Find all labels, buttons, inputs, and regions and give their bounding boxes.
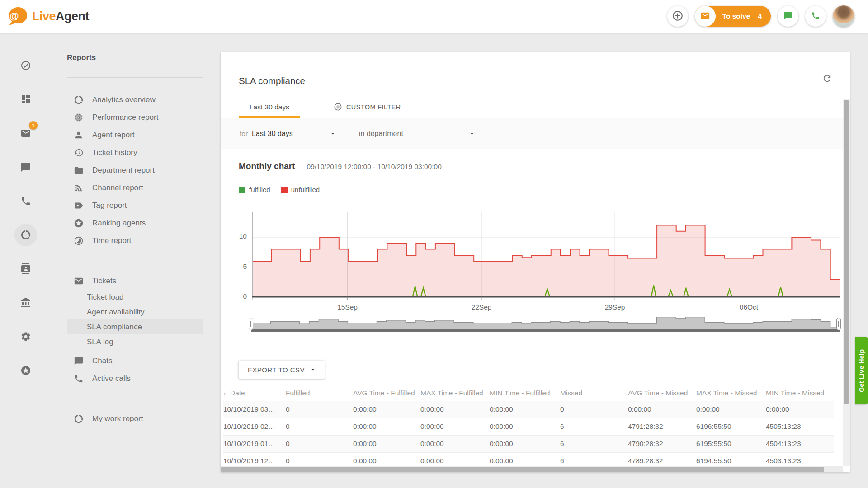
- column-header-missed[interactable]: Missed: [560, 385, 628, 401]
- nav-item-sla-log[interactable]: SLA log: [67, 334, 203, 349]
- rail-item-tickets[interactable]: 1: [0, 116, 52, 150]
- folder-icon: [74, 165, 85, 175]
- nav-section-title: Reports: [67, 53, 203, 62]
- scrollbar-thumb[interactable]: [844, 100, 849, 404]
- rail-item-tasks[interactable]: [0, 48, 52, 82]
- nav-item-chats[interactable]: Chats: [67, 352, 203, 370]
- calls-button[interactable]: [805, 6, 826, 27]
- nav-item-my-work-report[interactable]: My work report: [67, 410, 203, 427]
- nav-item-agent-availability[interactable]: Agent availability: [67, 305, 203, 319]
- tab-last-30-days[interactable]: Last 30 days: [239, 96, 300, 118]
- rail-item-billing[interactable]: [0, 286, 52, 319]
- bank-icon: [20, 297, 31, 308]
- divider: [67, 399, 203, 399]
- column-header-max-time-fulfilled[interactable]: MAX Time - Fulfilled: [420, 385, 490, 401]
- date-range-select[interactable]: for Last 30 days: [240, 130, 335, 138]
- nav-item-label: Active calls: [92, 374, 131, 383]
- divider: [52, 33, 52, 488]
- column-header-min-time-missed[interactable]: MIN Time - Missed: [766, 385, 834, 401]
- chat-icon: [74, 356, 85, 366]
- scrollbar-thumb[interactable]: [221, 467, 824, 472]
- table-row[interactable]: 10/10/2019 01…00:00:000:00:000:00:006479…: [223, 435, 834, 452]
- phone-icon: [20, 196, 31, 206]
- chart-header: Monthly chart 09/10/2019 12:00:00 - 10/1…: [239, 161, 442, 171]
- data-usage-icon: [20, 230, 31, 240]
- nav-item-ticket-history[interactable]: Ticket history: [67, 144, 203, 161]
- chart-title: Monthly chart: [239, 161, 295, 171]
- column-header-avg-time-missed[interactable]: AVG Time - Missed: [628, 385, 696, 401]
- rail-item-reports[interactable]: [0, 218, 52, 252]
- x-axis-tick: 22Sep: [463, 303, 500, 311]
- table-row[interactable]: 10/10/2019 03…00:00:000:00:000:00:0000:0…: [223, 401, 834, 418]
- plus-circle-icon: [672, 10, 684, 23]
- nav-item-department-report[interactable]: Department report: [67, 161, 203, 179]
- export-to-csv-button[interactable]: EXPORT TO CSV: [239, 361, 325, 379]
- tab-bar: Last 30 days CUSTOM FILTER: [239, 96, 850, 118]
- chart-range-minimap[interactable]: [251, 315, 840, 333]
- to-solve-count: 4: [758, 12, 762, 20]
- table-cell: 0:00:00: [420, 435, 490, 452]
- header-actions: To solve 4: [667, 5, 854, 27]
- range-handle-left[interactable]: [249, 318, 253, 330]
- nav-item-agent-report[interactable]: Agent report: [67, 126, 203, 144]
- rail-item-calls[interactable]: [0, 184, 52, 218]
- rss-icon: [74, 183, 85, 193]
- rail-item-dashboard[interactable]: [0, 82, 52, 116]
- nav-item-label: Channel report: [92, 183, 143, 192]
- nav-item-active-calls[interactable]: Active calls: [67, 370, 203, 387]
- column-header-avg-time-fulfilled[interactable]: AVG Time - Fulfilled: [353, 385, 420, 401]
- chats-button[interactable]: [778, 6, 798, 27]
- nav-item-ticket-load[interactable]: Ticket load: [67, 290, 203, 305]
- avatar[interactable]: [833, 5, 854, 27]
- y-axis-tick: 5: [231, 263, 247, 272]
- reports-nav: Reports Analytics overviewPerformance re…: [67, 53, 203, 427]
- vertical-scrollbar[interactable]: [843, 99, 850, 466]
- column-header-max-time-missed[interactable]: MAX Time - Missed: [696, 385, 766, 401]
- get-live-help-tab[interactable]: Get Live Help: [855, 337, 868, 404]
- nav-item-ranking-agents[interactable]: Ranking agents: [67, 214, 203, 232]
- column-header-min-time-fulfilled[interactable]: MIN Time - Fulfilled: [490, 385, 560, 401]
- chart-date-range: 09/10/2019 12:00:00 - 10/10/2019 03:00:0…: [307, 163, 442, 171]
- rail-item-chats[interactable]: [0, 150, 52, 184]
- sla-data-table: ↑↓DateFulfilledAVG Time - FulfilledMAX T…: [223, 385, 834, 470]
- range-handle-right[interactable]: [836, 318, 841, 330]
- contacts-icon: [20, 263, 31, 274]
- to-solve-button[interactable]: To solve 4: [695, 6, 771, 27]
- nav-item-tag-report[interactable]: Tag report: [67, 197, 203, 214]
- nav-item-analytics-overview[interactable]: Analytics overview: [67, 91, 203, 108]
- department-select[interactable]: in department: [359, 130, 475, 138]
- chart-legend: fulfilledunfulfilled: [239, 186, 320, 193]
- legend-unfulfilled: unfulfilled: [281, 186, 320, 193]
- table-row[interactable]: 10/10/2019 02…00:00:000:00:000:00:006479…: [223, 418, 834, 435]
- refresh-button[interactable]: [822, 73, 832, 85]
- column-header-date[interactable]: ↑↓Date: [223, 385, 286, 401]
- table-cell: 10/10/2019 01…: [223, 435, 286, 452]
- divider: [67, 261, 203, 261]
- stars-icon: [20, 365, 31, 376]
- refresh-icon: [822, 78, 832, 85]
- chevron-down-icon: [330, 131, 335, 136]
- add-button[interactable]: [667, 6, 688, 27]
- icon-rail: 1: [0, 33, 52, 387]
- brand-text: LiveAgent: [32, 9, 89, 23]
- table-cell: 0:00:00: [628, 401, 696, 418]
- chat-icon: [20, 162, 31, 173]
- horizontal-scrollbar[interactable]: [221, 466, 843, 472]
- rail-item-settings[interactable]: [0, 319, 52, 353]
- dashboard-icon: [20, 94, 31, 105]
- nav-item-label: Department report: [92, 166, 155, 175]
- nav-item-time-report[interactable]: Time report: [67, 232, 203, 249]
- rail-item-favorites[interactable]: [0, 353, 52, 387]
- nav-item-performance-report[interactable]: Performance report: [67, 108, 203, 126]
- table-cell: 0:00:00: [696, 401, 766, 418]
- liveagent-bubble-icon: @: [6, 6, 28, 26]
- liveagent-logo[interactable]: @ LiveAgent: [6, 6, 89, 26]
- rail-item-customers[interactable]: [0, 252, 52, 286]
- tab-custom-filter[interactable]: CUSTOM FILTER: [323, 96, 412, 118]
- nav-item-sla-compliance[interactable]: SLA compliance: [67, 319, 203, 334]
- to-solve-label: To solve: [722, 12, 750, 20]
- nav-item-tickets[interactable]: Tickets: [67, 272, 203, 290]
- nav-item-label: Tickets: [92, 277, 116, 286]
- nav-item-channel-report[interactable]: Channel report: [67, 179, 203, 197]
- column-header-fulfilled[interactable]: Fulfilled: [286, 385, 353, 401]
